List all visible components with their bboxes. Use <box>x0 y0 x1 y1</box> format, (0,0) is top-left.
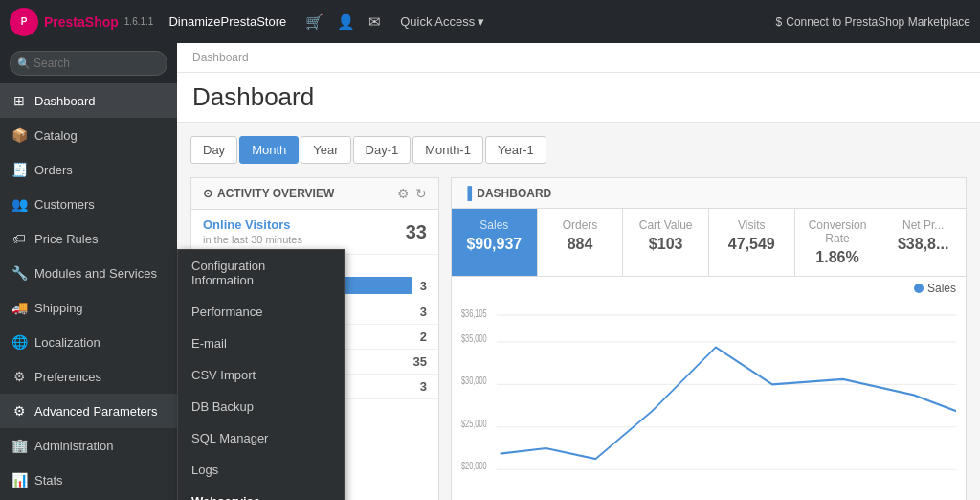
stat-cell-conversion[interactable]: Conversion Rate 1.86% <box>795 209 881 276</box>
svg-text:$20,000: $20,000 <box>461 460 487 472</box>
chart-bar-icon: ▐ <box>463 186 472 200</box>
period-year1-button[interactable]: Year-1 <box>485 136 546 164</box>
svg-text:$35,000: $35,000 <box>461 331 487 344</box>
sidebar-item-advanced[interactable]: ⚙ Advanced Parameters <box>0 394 177 428</box>
stat-cell-sales[interactable]: Sales $90,937 <box>452 209 538 276</box>
stats-icon: 📊 <box>11 472 27 488</box>
dropdown-item-webservice[interactable]: Webservice <box>178 486 344 500</box>
chart-legend-dot-sales <box>914 284 924 293</box>
dropdown-item-performance[interactable]: Performance <box>178 296 344 328</box>
activity-panel-header: ⊙ ACTIVITY OVERVIEW ⚙ ↻ <box>191 178 438 210</box>
dropdown-item-logs[interactable]: Logs <box>178 454 344 486</box>
sidebar-search-area: 🔍 <box>0 43 177 83</box>
sidebar-item-catalog[interactable]: 📦 Catalog <box>0 118 177 152</box>
stat-label-visits: Visits <box>723 218 781 232</box>
navbar: P PrestaShop 1.6.1.1 DinamizePrestaStore… <box>0 0 980 43</box>
logo-text: P <box>21 16 28 27</box>
sidebar-item-orders[interactable]: 🧾 Orders <box>0 152 177 187</box>
sidebar-item-administration[interactable]: 🏢 Administration <box>0 428 177 463</box>
sidebar-item-label: Advanced Parameters <box>34 404 158 419</box>
navbar-icons: 🛒 👤 ✉ <box>305 13 381 31</box>
dropdown-item-config-info[interactable]: Configuration Information <box>178 250 344 296</box>
sidebar-item-dashboard[interactable]: ⊞ Dashboard <box>0 83 177 118</box>
sidebar-item-price-rules[interactable]: 🏷 Price Rules <box>0 221 177 256</box>
stat-label-net-profit: Net Pr... <box>894 218 952 232</box>
price-rules-icon: 🏷 <box>11 231 27 246</box>
period-month1-button[interactable]: Month-1 <box>412 136 483 164</box>
orders-icon: 🧾 <box>11 162 27 177</box>
sidebar-item-stats[interactable]: 📊 Stats <box>0 463 177 497</box>
stat-value-cart-value: $103 <box>636 236 695 253</box>
online-visitors-label: Online Visitors in the last 30 minutes <box>203 217 406 246</box>
online-visitors-value: 33 <box>406 221 427 243</box>
dropdown-item-sql-manager[interactable]: SQL Manager <box>178 422 344 454</box>
dropdown-item-csv-import[interactable]: CSV Import <box>178 359 344 391</box>
stat-value-sales: $90,937 <box>465 236 523 253</box>
sidebar-item-shipping[interactable]: 🚚 Shipping <box>0 290 177 325</box>
sidebar-item-label: Modules and Services <box>34 266 157 281</box>
activity-panel-actions: ⚙ ↻ <box>397 186 427 201</box>
main-layout: 🔍 ⊞ Dashboard 📦 Catalog 🧾 Orders 👥 Custo… <box>0 43 980 500</box>
period-selector: Day Month Year Day-1 Month-1 Year-1 <box>190 136 967 164</box>
sidebar-item-localization[interactable]: 🌐 Localization <box>0 325 177 359</box>
stat-cell-cart-value[interactable]: Cart Value $103 <box>623 209 709 276</box>
sidebar-item-label: Preferences <box>34 370 101 384</box>
return-slip-value: 2 <box>420 330 427 344</box>
online-visitors-row: Online Visitors in the last 30 minutes 3… <box>191 210 438 255</box>
period-year-button[interactable]: Year <box>301 136 350 164</box>
stat-value-visits: 47,549 <box>723 236 781 253</box>
search-input[interactable] <box>10 51 167 76</box>
stat-value-conversion: 1.86% <box>809 249 867 266</box>
dashboard-chart-panel: ▐ DASHBOARD Sales $90,937 Orders 884 <box>451 177 967 500</box>
dashboard-icon: ⊞ <box>11 93 27 108</box>
preferences-icon: ⚙ <box>11 369 27 384</box>
cart-icon[interactable]: 🛒 <box>305 13 323 31</box>
activity-panel-title: ⊙ ACTIVITY OVERVIEW <box>203 187 334 200</box>
stat-cell-net-profit[interactable]: Net Pr... $38,8... <box>880 209 966 276</box>
sidebar-item-label: Catalog <box>34 128 78 143</box>
chart-area: $36,105 $35,000 $30,000 $25,000 $20,000 <box>452 295 966 500</box>
stat-cell-orders[interactable]: Orders 884 <box>538 209 624 276</box>
pending-orders-value: 3 <box>420 305 427 319</box>
dashboard-panel-title: DASHBOARD <box>477 187 551 200</box>
shipping-icon: 🚚 <box>11 300 27 315</box>
sidebar-item-customers[interactable]: 👥 Customers <box>0 187 177 221</box>
dropdown-item-db-backup[interactable]: DB Backup <box>178 391 344 422</box>
stat-cell-visits[interactable]: Visits 47,549 <box>709 209 795 276</box>
sidebar-item-label: Stats <box>34 473 63 488</box>
page-title: Dashboard <box>177 73 980 123</box>
stat-label-orders: Orders <box>551 218 610 232</box>
sidebar-item-label: Shipping <box>34 301 83 315</box>
advanced-icon: ⚙ <box>11 403 27 419</box>
chart-svg: $36,105 $35,000 $30,000 $25,000 $20,000 <box>461 305 956 496</box>
quick-access-button[interactable]: Quick Access ▾ <box>400 14 484 29</box>
settings-icon[interactable]: ⚙ <box>397 186 410 201</box>
customers-icon: 👥 <box>11 196 27 212</box>
marketplace-link[interactable]: $ Connect to PrestaShop Marketplace <box>776 15 970 29</box>
search-icon: 🔍 <box>17 57 31 70</box>
stat-value-net-profit: $38,8... <box>894 236 952 253</box>
search-wrap: 🔍 <box>10 51 167 76</box>
dropdown-item-email[interactable]: E-mail <box>178 328 344 359</box>
modules-icon: 🔧 <box>11 265 27 281</box>
logo: P <box>10 8 38 36</box>
sidebar-item-label: Administration <box>34 439 113 453</box>
period-month-button[interactable]: Month <box>239 136 299 164</box>
user-icon[interactable]: 👤 <box>337 13 355 31</box>
refresh-icon[interactable]: ↻ <box>415 186 427 201</box>
svg-text:$36,105: $36,105 <box>461 307 487 320</box>
chart-legend-label-sales: Sales <box>927 282 956 295</box>
mail-icon[interactable]: ✉ <box>368 13 381 31</box>
sidebar-item-label: Price Rules <box>34 232 98 246</box>
sidebar-item-label: Localization <box>34 335 100 350</box>
advanced-dropdown: Configuration Information Performance E-… <box>177 249 345 500</box>
stat-label-sales: Sales <box>465 218 523 232</box>
period-day1-button[interactable]: Day-1 <box>353 136 412 164</box>
sidebar-item-modules[interactable]: 🔧 Modules and Services <box>0 256 177 290</box>
localization-icon: 🌐 <box>11 334 27 350</box>
sidebar-item-preferences[interactable]: ⚙ Preferences <box>0 359 177 394</box>
stat-value-orders: 884 <box>551 236 610 253</box>
administration-icon: 🏢 <box>11 438 27 453</box>
catalog-icon: 📦 <box>11 127 27 143</box>
period-day-button[interactable]: Day <box>190 136 237 164</box>
